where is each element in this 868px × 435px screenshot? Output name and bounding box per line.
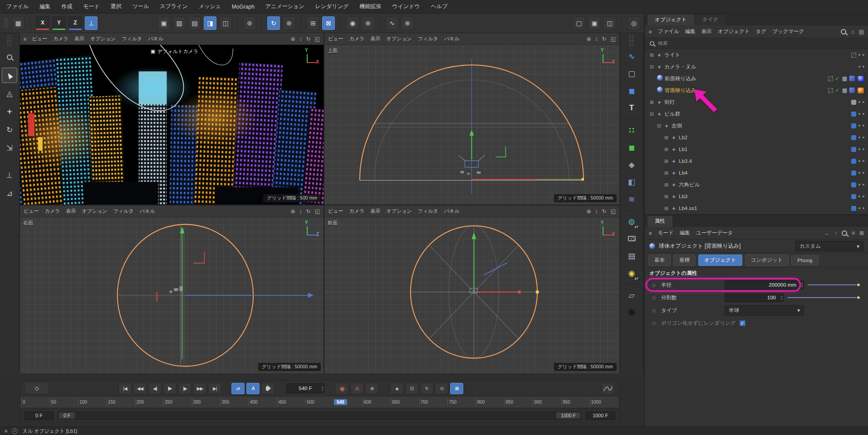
pan-view-icon[interactable]: ⊕ xyxy=(587,36,591,42)
play-button[interactable]: ▶ xyxy=(163,383,177,394)
radius-input[interactable]: 200000 mm ▴▾ xyxy=(725,280,804,289)
globe-icon[interactable]: ◎ xyxy=(628,16,640,30)
viewport-menu-item[interactable]: 表示 xyxy=(370,35,380,42)
tree-row-hex-building[interactable]: ⊞ + 六角ビル xyxy=(645,179,868,191)
object-label[interactable]: Lb4.ss1 xyxy=(679,205,697,211)
menu-item[interactable]: ツール xyxy=(132,3,149,10)
record-keyframe-button[interactable]: ◉ xyxy=(335,383,348,394)
volume-builder-icon[interactable]: ◧ xyxy=(623,174,640,190)
record-pla-button[interactable]: ⊠ xyxy=(450,383,463,394)
home-icon[interactable]: ⌂ xyxy=(851,29,854,35)
expander-icon[interactable]: ⊞ xyxy=(663,158,670,164)
compositing-tag-icon[interactable]: ▦ xyxy=(842,75,847,82)
ruler-tick[interactable]: 540 xyxy=(334,396,363,408)
environment-icon[interactable]: ◍ST xyxy=(623,214,640,229)
tree-row-lb3[interactable]: ⊞ + Lb3 xyxy=(645,191,868,202)
dolly-view-icon[interactable]: ↕ xyxy=(299,36,302,42)
keyframe-dot-icon[interactable]: ◇ xyxy=(652,295,657,301)
viewport-menu-item[interactable]: フィルタ xyxy=(113,208,134,215)
render-settings-button[interactable]: ⊛ xyxy=(362,16,374,30)
expander-icon[interactable]: ⊟ xyxy=(656,123,662,129)
ruler-tick[interactable]: 50 xyxy=(50,396,78,408)
menu-item[interactable]: ファイル xyxy=(6,3,29,10)
next-key-button[interactable]: ▶▶ xyxy=(193,383,206,394)
viewport-menu-icon[interactable]: ≡ xyxy=(24,36,26,42)
object-label[interactable]: 背面映り込み xyxy=(665,87,696,94)
ruler-tick[interactable]: 400 xyxy=(249,396,277,408)
palette-grip[interactable] xyxy=(4,17,9,29)
render-dot[interactable] xyxy=(863,160,864,162)
light-object-icon[interactable]: ◉ST xyxy=(623,265,640,281)
enabled-check-icon[interactable]: ✓ xyxy=(835,75,840,82)
axis-modify-button[interactable]: ⊿ xyxy=(2,186,17,201)
tool-settings-icon[interactable]: ⊛ xyxy=(401,16,414,30)
move-tool-button[interactable]: + xyxy=(2,104,17,119)
menu-item[interactable]: ウインドウ xyxy=(392,3,420,10)
render-dot[interactable] xyxy=(863,66,864,68)
right-view-canvas[interactable]: 右面 Y xyxy=(20,217,324,373)
manager-menu-item[interactable]: ユーザーデータ xyxy=(696,230,733,236)
parent-up-icon[interactable]: ↑ xyxy=(834,230,837,236)
add-marker-button[interactable]: ◇ xyxy=(25,382,49,394)
render-dot[interactable] xyxy=(863,113,864,115)
goto-start-button[interactable]: |◀ xyxy=(118,383,132,394)
texture-tag-icon[interactable] xyxy=(849,88,855,93)
slider-knob[interactable] xyxy=(857,283,860,287)
expander-icon[interactable]: ⊟ xyxy=(648,64,655,70)
layer-chip[interactable] xyxy=(851,194,856,199)
viewport-menu-item[interactable]: パネル xyxy=(148,35,163,42)
edit-tool-icon[interactable]: ▱ xyxy=(623,288,640,303)
camera-object-icon[interactable] xyxy=(623,231,640,246)
manager-menu-item[interactable]: モード xyxy=(658,230,674,236)
manager-menu-item[interactable]: ブックマーク xyxy=(772,28,804,35)
layer-chip[interactable] xyxy=(851,123,856,128)
perspective-render[interactable]: ▣デフォルトカメラ Y X グリッド間隔 : 500 mm xyxy=(20,45,324,205)
viewport-menu-item[interactable]: フィルタ xyxy=(418,35,438,42)
editor-dot[interactable] xyxy=(858,137,860,138)
polygon-object-icon[interactable]: ◆ xyxy=(623,157,640,172)
manager-menu-item[interactable]: ファイル xyxy=(658,28,679,35)
object-axis-button[interactable]: ⊥ xyxy=(2,167,17,183)
fcurve-editor-icon[interactable] xyxy=(601,383,614,394)
layer-chip[interactable] xyxy=(851,135,856,140)
prev-frame-button[interactable]: ◀| xyxy=(148,383,162,394)
render-dot[interactable] xyxy=(863,125,864,127)
slider-knob[interactable] xyxy=(857,296,860,299)
pan-view-icon[interactable]: ⊕ xyxy=(291,208,295,215)
rotate-view-icon[interactable]: ↻ xyxy=(602,36,607,42)
ruler-tick[interactable]: 750 xyxy=(447,396,476,408)
layer-chip[interactable] xyxy=(851,159,856,164)
lock-z-axis-button[interactable]: Z xyxy=(69,16,82,30)
object-label[interactable]: Lb2 xyxy=(679,135,687,140)
dolly-view-icon[interactable]: ↕ xyxy=(595,36,598,42)
ruler-tick[interactable]: 100 xyxy=(78,396,107,408)
marker-mode-button[interactable]: A xyxy=(246,383,260,394)
viewport-perspective[interactable]: ≡ ビューカメラ表示オプションフィルタパネル ⊕ ↕ ↻ ◱ xyxy=(20,33,324,205)
editor-dot[interactable] xyxy=(858,148,860,150)
layer-chip[interactable] xyxy=(851,147,856,152)
expander-icon[interactable]: ⊞ xyxy=(663,170,670,176)
range-track[interactable]: 0 F 1000 F xyxy=(58,411,582,420)
viewport-menu-item[interactable]: オプション xyxy=(386,208,412,215)
ruler-tick[interactable]: 450 xyxy=(277,396,306,408)
viewport-menu-item[interactable]: ビュー xyxy=(32,35,47,42)
visibility-toggle-icon[interactable] xyxy=(828,76,833,81)
viewport-menu-item[interactable]: パネル xyxy=(444,208,460,215)
texture-tag-icon[interactable] xyxy=(849,76,855,81)
object-label[interactable]: 六角ビル xyxy=(679,181,700,188)
viewport-menu-item[interactable]: オプション xyxy=(90,35,116,42)
manager-menu-item[interactable]: タグ xyxy=(755,28,766,35)
lock-x-axis-button[interactable]: X xyxy=(36,16,49,30)
snap-enable-button[interactable]: ⊠ xyxy=(322,16,335,30)
viewport-menu-item[interactable]: ビュー xyxy=(328,35,343,42)
search-icon[interactable] xyxy=(841,29,846,34)
render-dot[interactable] xyxy=(863,148,864,150)
ruler-tick[interactable]: 850 xyxy=(505,396,533,408)
render-picture-viewer-icon[interactable]: ◫ xyxy=(603,16,616,30)
lock-icon[interactable]: ⊠ xyxy=(859,230,864,236)
model-mode-button[interactable]: ▣ xyxy=(157,16,170,30)
expander-icon[interactable]: ⊞ xyxy=(663,194,670,200)
expander-icon[interactable]: ⊞ xyxy=(648,99,655,105)
manager-tab[interactable]: オブジェクト xyxy=(647,15,694,25)
render-dot[interactable] xyxy=(863,196,864,197)
